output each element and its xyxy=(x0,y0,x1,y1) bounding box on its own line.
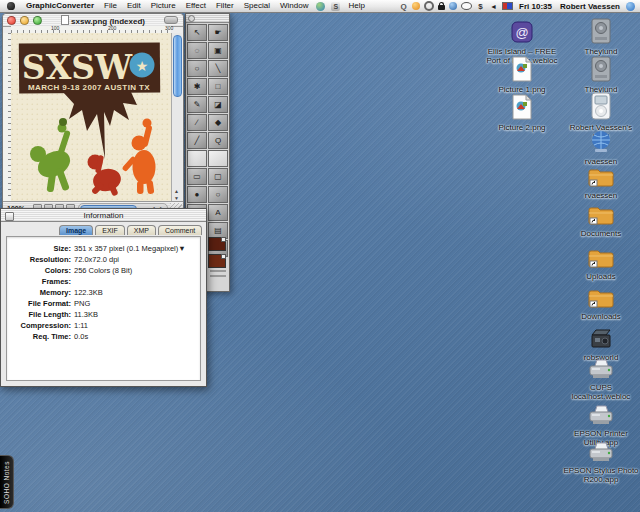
desktop-icon-uploads[interactable]: Uploads xyxy=(561,247,640,282)
script-menu-icon[interactable]: S xyxy=(331,2,340,11)
line-tool-icon[interactable]: ╲ xyxy=(208,60,228,77)
volume-icon[interactable]: ◄ xyxy=(489,2,498,11)
info-field-value: 122.3KB xyxy=(74,287,103,298)
flag-icon[interactable] xyxy=(502,2,513,10)
pencil-tool-icon[interactable]: ∕ xyxy=(187,114,207,131)
menu-user-name[interactable]: Robert Vaessen xyxy=(558,2,622,11)
apple-menu-icon[interactable] xyxy=(7,2,15,10)
marquee-tool-icon[interactable]: ▣ xyxy=(208,42,228,59)
info-field-label: Colors: xyxy=(7,265,74,276)
desktop-icon-epson-stylus-photo[interactable]: EPSON Stylus Photo R200.app xyxy=(561,441,640,484)
dollar-icon[interactable]: $ xyxy=(476,2,485,11)
eraser-tool-icon[interactable]: ◪ xyxy=(208,96,228,113)
desktop-icon-label: Documents xyxy=(561,230,640,239)
menu-graphicconverter[interactable]: GraphicConverter xyxy=(21,0,99,12)
information-close-button[interactable] xyxy=(5,212,14,221)
background-color-swatch[interactable] xyxy=(208,254,226,268)
circle-tool-icon[interactable]: ● xyxy=(187,186,207,203)
palette-titlebar[interactable] xyxy=(186,14,229,23)
image-window: sxsw.png (Indexed) 100 200 300 SXSW xyxy=(2,13,184,216)
information-window: Information ImageEXIFXMPComment Size:351… xyxy=(0,208,207,387)
printer-icon xyxy=(588,358,614,384)
user-switch-icon[interactable] xyxy=(626,2,635,11)
desktop-icon-label: CUPS localhost.webloc xyxy=(561,384,640,401)
url-access-menu-icon[interactable] xyxy=(316,2,325,11)
info-field-value: 351 x 357 pixel (0.1 Megapixel) xyxy=(74,243,178,254)
palette-close-button[interactable] xyxy=(188,15,195,22)
blank-tool-icon[interactable] xyxy=(208,150,228,167)
desktop-icon-picture-1-png[interactable]: Picture 1.png xyxy=(482,56,562,95)
ellipse-select-tool-icon[interactable]: ○ xyxy=(187,60,207,77)
rect-tool-icon[interactable]: ▭ xyxy=(187,168,207,185)
vertical-scrollbar[interactable]: ▲▼ xyxy=(171,33,182,202)
desktop-icon-documents[interactable]: Documents xyxy=(561,204,640,239)
desktop-icon-label: Uploads xyxy=(561,273,640,282)
hand-tool-icon[interactable]: ☛ xyxy=(208,24,228,41)
info-field-value: PNG xyxy=(74,298,90,309)
keychain-icon[interactable] xyxy=(424,1,434,11)
menu-window[interactable]: Window xyxy=(275,0,313,12)
info-field-label: File Format: xyxy=(7,298,74,309)
info-field-row: Req. Time:0.0s xyxy=(7,331,200,342)
menu-clock[interactable]: Fri 10:35 xyxy=(517,2,554,11)
info-field-row: Size:351 x 357 pixel (0.1 Megapixel) ▼ xyxy=(7,243,200,254)
desktop-icon-theylund[interactable]: Theylund xyxy=(561,56,640,95)
orange-ball-icon[interactable] xyxy=(412,2,420,10)
menu-effect[interactable]: Effect xyxy=(181,0,211,12)
desktop-icon-rvaessen[interactable]: rvaessen xyxy=(561,166,640,201)
foreground-color-swatch[interactable] xyxy=(208,237,226,251)
desktop-icon-cups[interactable]: CUPS localhost.webloc xyxy=(561,358,640,401)
quicksilver-icon[interactable]: Q xyxy=(399,2,408,11)
menu-file[interactable]: File xyxy=(99,0,122,12)
menu-help[interactable]: Help xyxy=(343,0,369,12)
tab-comment[interactable]: Comment xyxy=(158,225,202,235)
roundrect-tool-icon[interactable]: ▢ xyxy=(208,168,228,185)
tab-xmp[interactable]: XMP xyxy=(127,225,156,235)
tab-exif[interactable]: EXIF xyxy=(95,225,125,235)
desktop-icon-picture-2-png[interactable]: Picture 2.png xyxy=(482,94,562,133)
ipod-icon xyxy=(591,92,611,124)
information-titlebar[interactable]: Information xyxy=(1,209,206,222)
information-body: Size:351 x 357 pixel (0.1 Megapixel) ▼Re… xyxy=(6,236,201,381)
zoom-button[interactable] xyxy=(33,16,42,25)
wand-tool-icon[interactable]: ✱ xyxy=(187,78,207,95)
desktop-icon-theylund[interactable]: Theylund xyxy=(561,18,640,57)
rule-tool-icon[interactable]: ╱ xyxy=(187,132,207,149)
info-field-label: Compression: xyxy=(7,320,74,331)
lock-icon[interactable] xyxy=(438,5,445,10)
lasso-tool-icon[interactable]: ◌ xyxy=(187,42,207,59)
close-button[interactable] xyxy=(7,16,16,25)
disclosure-icon[interactable]: ▼ xyxy=(178,243,185,254)
menu-picture[interactable]: Picture xyxy=(146,0,181,12)
toolbar-pill-button[interactable] xyxy=(164,16,178,24)
printer-icon xyxy=(588,441,614,467)
select-tool-icon[interactable]: ↖ xyxy=(187,24,207,41)
chat-icon[interactable] xyxy=(461,2,472,10)
minimize-button[interactable] xyxy=(20,16,29,25)
menu-special[interactable]: Special xyxy=(239,0,275,12)
info-field-row: File Length:11.3KB xyxy=(7,309,200,320)
oval-tool-icon[interactable]: ○ xyxy=(208,186,228,203)
text-slant-tool-icon[interactable]: A xyxy=(208,204,228,221)
scroll-arrows[interactable]: ▲▼ xyxy=(172,188,181,202)
crop-tool-icon[interactable]: □ xyxy=(208,78,228,95)
blank-tool-icon[interactable] xyxy=(187,150,207,167)
bucket-tool-icon[interactable]: ◆ xyxy=(208,114,228,131)
menu-filter[interactable]: Filter xyxy=(211,0,239,12)
info-field-label: Size: xyxy=(7,243,74,254)
desktop-icon-rvaessen[interactable]: rvaessen xyxy=(561,130,640,167)
globe-icon[interactable] xyxy=(449,2,457,10)
menu-edit[interactable]: Edit xyxy=(122,0,146,12)
vertical-scroll-thumb[interactable] xyxy=(173,35,182,97)
desktop-icon-downloads[interactable]: Downloads xyxy=(561,287,640,322)
zoom-tool-icon[interactable]: Q xyxy=(208,132,228,149)
image-canvas[interactable]: SXSW ★ MARCH 9-18 2007 AUSTIN TX xyxy=(11,33,171,202)
color-swatches xyxy=(208,237,226,271)
soho-notes-tab[interactable]: SOHO Notes xyxy=(0,455,14,509)
info-field-row: File Format:PNG xyxy=(7,298,200,309)
tab-image[interactable]: Image xyxy=(59,225,93,235)
info-field-value: 1:11 xyxy=(74,320,88,331)
ruler-mark: 200 xyxy=(108,25,116,31)
pen-tool-icon[interactable]: ✎ xyxy=(187,96,207,113)
info-field-label: Frames: xyxy=(7,276,74,287)
